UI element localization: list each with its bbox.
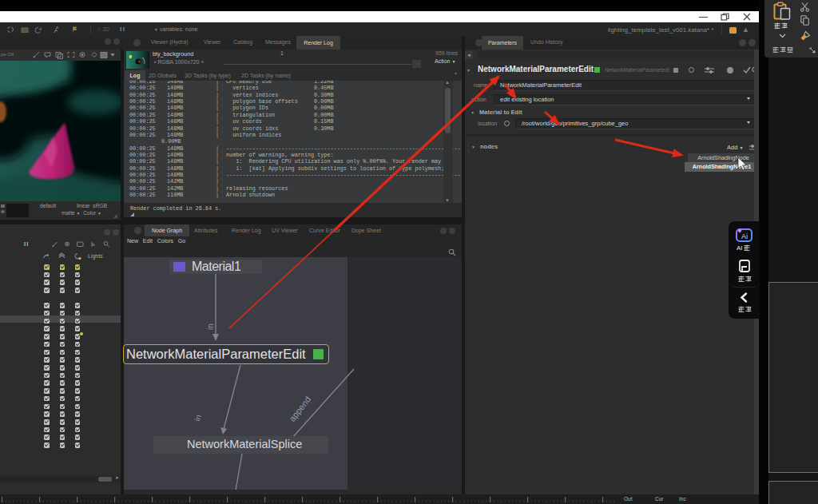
svg-text:in: in	[206, 323, 215, 330]
svg-text:in: in	[193, 414, 203, 422]
svg-text:Ai: Ai	[741, 232, 748, 240]
